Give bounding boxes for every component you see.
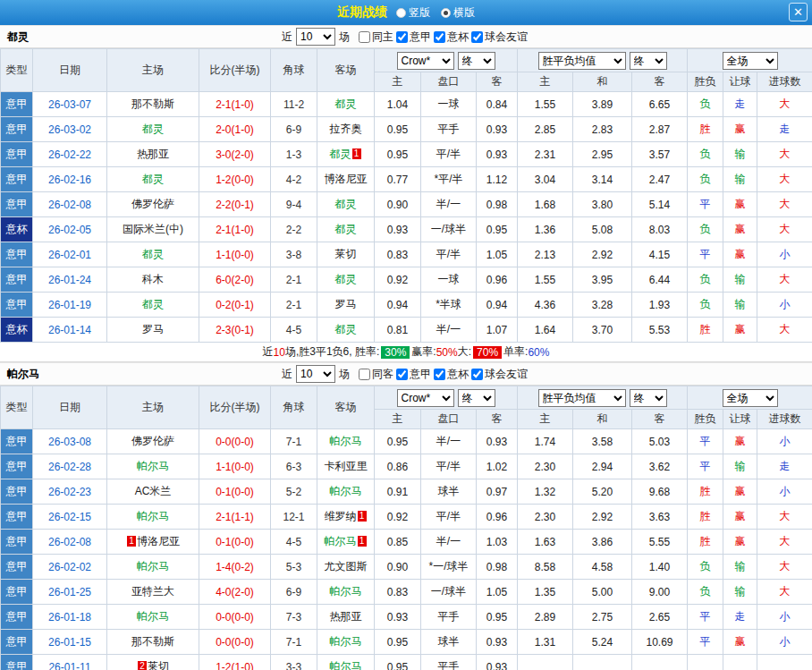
checkbox-input[interactable] — [471, 31, 483, 43]
eu-final-select[interactable]: 终 — [630, 389, 667, 407]
result: 胜 — [688, 117, 723, 142]
goals-result: 大 — [757, 267, 812, 293]
match-row: 意甲26-03-07那不勒斯2-1(1-0)11-2都灵1.04一球0.841.… — [1, 92, 812, 117]
ah-home-odds: 0.90 — [375, 555, 421, 580]
eu-final-select[interactable]: 终 — [630, 52, 667, 70]
close-button[interactable]: ✕ — [789, 3, 808, 21]
match-date: 26-01-11 — [33, 655, 107, 670]
match-count-select[interactable]: 10 — [296, 365, 335, 383]
radio-icon[interactable] — [441, 8, 451, 18]
eu-away-odds: 1.40 — [632, 555, 688, 580]
corner-score: 5-3 — [271, 555, 317, 580]
match-date: 26-02-28 — [33, 454, 107, 479]
ah-home-odds: 0.94 — [375, 293, 421, 318]
away-team: 帕尔马 — [317, 630, 375, 655]
ah-final-select[interactable]: 终 — [458, 52, 495, 70]
team-name: 帕尔马 — [330, 485, 362, 497]
handicap-result: 走 — [723, 605, 757, 630]
layout-option-selected[interactable]: 横版 — [441, 5, 475, 21]
red-card-badge: 1 — [358, 536, 367, 547]
eu-away-odds: 6.44 — [632, 267, 688, 293]
home-team: 1博洛尼亚 — [107, 530, 199, 555]
checkbox-input[interactable] — [471, 369, 483, 380]
goals-result: 大 — [757, 92, 812, 117]
match-count-select[interactable]: 10 — [296, 28, 335, 46]
odds-company-select[interactable]: Crow* — [397, 389, 454, 407]
ah-handicap: 一球 — [421, 92, 477, 117]
checkbox-input[interactable] — [359, 369, 370, 380]
eu-draw-odds: 5.00 — [573, 580, 632, 605]
euro-odds-header: 胜平负均值 终 — [518, 386, 688, 410]
match-date: 26-01-18 — [33, 605, 107, 630]
checkbox-input[interactable] — [434, 369, 445, 380]
team-name: 科木 — [142, 273, 164, 285]
radio-icon[interactable] — [396, 8, 406, 18]
corner-score: 9-4 — [271, 192, 317, 217]
filter-checkbox[interactable]: 同主 — [359, 30, 393, 45]
scope-select[interactable]: 全场 — [723, 389, 778, 407]
checkbox-input[interactable] — [359, 31, 370, 43]
team-name: 罗马 — [335, 298, 357, 310]
red-card-badge: 1 — [358, 511, 367, 522]
asian-odds-header: Crow* 终 — [375, 49, 518, 72]
checkbox-input[interactable] — [396, 369, 408, 380]
odds-company-select[interactable]: Crow* — [397, 52, 454, 70]
eu-away-odds: 2.47 — [632, 167, 688, 192]
result: 负 — [688, 142, 723, 167]
score: 1-2(0-0) — [199, 167, 271, 192]
ah-home-odds: 0.95 — [375, 117, 421, 142]
ah-away-odds: 0.93 — [477, 630, 518, 655]
ah-handicap: 平手 — [421, 605, 477, 630]
score: 2-1(1-0) — [199, 217, 271, 242]
filter-checkbox[interactable]: 球会友谊 — [471, 367, 528, 382]
euro-odds-header: 胜平负均值 终 — [518, 49, 688, 72]
handicap-result: 赢 — [723, 242, 757, 267]
corner-score: 3-3 — [271, 655, 317, 670]
corner-score: 4-5 — [271, 530, 317, 555]
ah-handicap: 球半 — [421, 630, 477, 655]
filter-checkbox[interactable]: 意甲 — [396, 30, 431, 45]
filter-checkbox[interactable]: 意杯 — [434, 30, 469, 45]
scope-select[interactable]: 全场 — [723, 52, 778, 70]
match-date: 26-01-19 — [33, 293, 107, 318]
ah-home-odds: 0.95 — [375, 630, 421, 655]
goals-result: 小 — [757, 605, 812, 630]
filter-checkbox[interactable]: 同客 — [359, 367, 393, 382]
eu-avg-select[interactable]: 胜平负均值 — [538, 52, 626, 70]
col-score: 比分(半场) — [199, 49, 271, 92]
eu-away-odds: 9.00 — [632, 580, 688, 605]
eu-avg-select[interactable]: 胜平负均值 — [538, 389, 626, 407]
eu-home-odds: 2.13 — [518, 242, 573, 267]
handicap-result: 输 — [723, 293, 757, 318]
home-team: 帕尔马 — [107, 605, 199, 630]
corner-score: 6-3 — [271, 454, 317, 479]
filter-checkbox[interactable]: 意杯 — [434, 367, 469, 382]
away-team: 都灵 — [317, 192, 375, 217]
goals-result: 大 — [757, 555, 812, 580]
filter-checkbox[interactable]: 意甲 — [396, 367, 431, 382]
result: 胜 — [688, 530, 723, 555]
eu-draw-odds — [573, 655, 632, 670]
ah-home-odds: 0.81 — [375, 318, 421, 343]
ah-home-odds: 0.86 — [375, 454, 421, 479]
away-team: 帕尔马 — [317, 655, 375, 670]
away-team: 拉齐奥 — [317, 117, 375, 142]
home-team: 都灵 — [107, 293, 199, 318]
team-name: 卡利亚里 — [325, 460, 368, 472]
team-name: 帕尔马 — [137, 460, 169, 472]
home-team: AC米兰 — [107, 479, 199, 505]
team-filter-bar: 帕尔马 近 10 场 同客意甲意杯球会友谊 — [0, 362, 812, 386]
layout-option-unselected[interactable]: 竖版 — [396, 5, 430, 21]
col-type: 类型 — [1, 49, 33, 92]
score: 3-0(2-0) — [199, 142, 271, 167]
match-date: 26-03-02 — [33, 117, 107, 142]
checkbox-input[interactable] — [434, 31, 445, 43]
filter-checkbox[interactable]: 球会友谊 — [471, 30, 528, 45]
ah-final-select[interactable]: 终 — [458, 389, 495, 407]
checkbox-input[interactable] — [396, 31, 408, 43]
col-goals: 进球数 — [757, 410, 812, 429]
away-team: 尤文图斯 — [317, 555, 375, 580]
summary-bar: 近10场,胜3平1负6, 胜率: 30% 赢率:50% 大: 70% 单率:60… — [0, 343, 812, 362]
match-row: 意甲26-01-24科木6-0(2-0)2-1都灵0.92一球0.961.553… — [1, 267, 812, 293]
eu-home-odds: 2.30 — [518, 454, 573, 479]
